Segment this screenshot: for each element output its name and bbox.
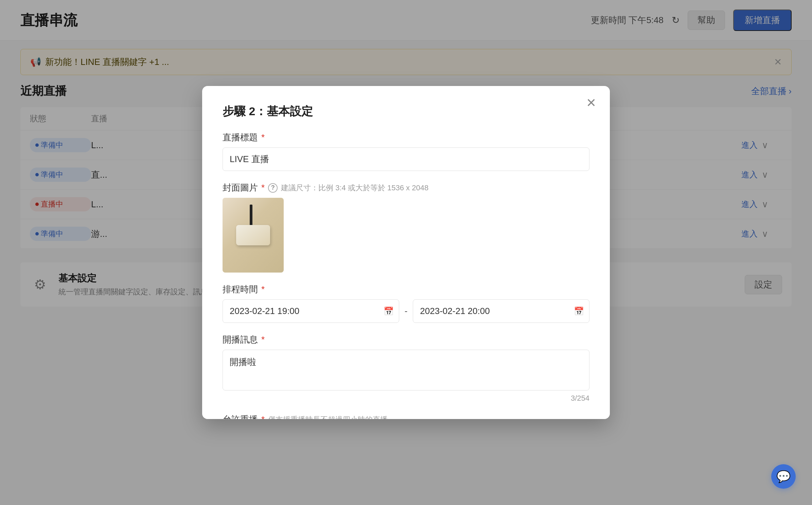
open-msg-count: 3/254 — [223, 394, 589, 403]
end-cal-icon[interactable]: 📅 — [574, 307, 584, 316]
replay-required-marker: * — [261, 414, 265, 419]
end-date-input[interactable] — [413, 299, 589, 323]
start-cal-icon[interactable]: 📅 — [384, 307, 394, 316]
soap-bar — [236, 225, 270, 245]
field-group-open-msg: 開播訊息 * 開播啦 3/254 — [223, 334, 589, 403]
cover-required-marker: * — [261, 182, 265, 193]
background-page: 直播串流 更新時間 下午5:48 ↻ 幫助 新增直播 📢 新功能！LINE 直播… — [0, 0, 812, 505]
start-date-wrap: 📅 — [223, 299, 399, 323]
field-group-replay: 允許重播 * 僅支援重播時長不超過四小時的直播 ✓ 直播結束後允許顧客重播 重播… — [223, 414, 589, 419]
replay-hint: 僅支援重播時長不超過四小時的直播 — [268, 415, 388, 419]
field-group-cover: 封面圖片 * ? 建議尺寸：比例 3:4 或大於等於 1536 x 2048 — [223, 182, 589, 273]
start-date-input[interactable] — [223, 299, 399, 323]
replay-label-row: 允許重播 * 僅支援重播時長不超過四小時的直播 — [223, 414, 589, 419]
cover-field-label: 封面圖片 * ? 建議尺寸：比例 3:4 或大於等於 1536 x 2048 — [223, 182, 589, 194]
cover-image[interactable] — [223, 198, 284, 273]
schedule-field-label: 排程時間 * — [223, 283, 589, 295]
soap-container — [236, 225, 270, 245]
open-msg-textarea[interactable]: 開播啦 — [223, 350, 589, 390]
chat-bubble[interactable]: 💬 — [771, 464, 796, 489]
cover-image-visual — [223, 198, 284, 273]
modal-overlay: ✕ 步驟 2：基本設定 直播標題 * 封面圖片 * ? 建議尺寸：比例 3:4 … — [0, 0, 812, 505]
end-date-wrap: 📅 — [413, 299, 589, 323]
modal-close-button[interactable]: ✕ — [586, 97, 596, 109]
date-range-row: 📅 - 📅 — [223, 299, 589, 323]
modal-step-title: 步驟 2：基本設定 — [223, 104, 589, 119]
open-msg-required-marker: * — [261, 334, 265, 345]
title-required-marker: * — [261, 132, 265, 143]
field-group-title: 直播標題 * — [223, 132, 589, 171]
cover-info-icon[interactable]: ? — [268, 183, 278, 193]
open-msg-field-label: 開播訊息 * — [223, 334, 589, 346]
cover-hint: 建議尺寸：比例 3:4 或大於等於 1536 x 2048 — [281, 183, 428, 193]
field-group-schedule: 排程時間 * 📅 - 📅 — [223, 283, 589, 323]
date-separator: - — [405, 306, 408, 316]
modal: ✕ 步驟 2：基本設定 直播標題 * 封面圖片 * ? 建議尺寸：比例 3:4 … — [202, 86, 610, 419]
title-input[interactable] — [223, 147, 589, 171]
schedule-required-marker: * — [261, 284, 265, 295]
chat-icon: 💬 — [776, 470, 791, 483]
title-field-label: 直播標題 * — [223, 132, 589, 143]
